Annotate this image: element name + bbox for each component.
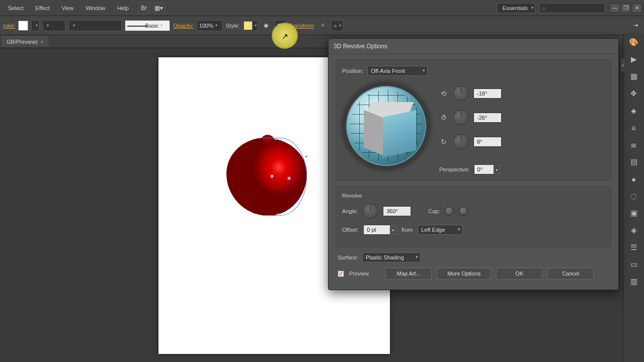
rot-y-input[interactable] [473, 113, 502, 123]
rot-y-icon: ⥀ [439, 113, 448, 122]
revolve-title: Revolve [342, 193, 605, 199]
map-art-button[interactable]: Map Art... [385, 267, 432, 280]
dialog-title: 3D Revolve Options [329, 39, 618, 54]
offset-label: Offset: [342, 227, 358, 233]
workspace-selector[interactable]: Essentials [497, 3, 535, 13]
angle-input[interactable] [383, 206, 411, 216]
cap-label: Cap: [428, 208, 440, 214]
stroke-label: roke: [3, 23, 15, 29]
perspective-input[interactable] [474, 164, 494, 174]
menu-bar: Select Effect View Window Help Br ▦▾ Ess… [0, 0, 644, 16]
position-label: Position: [342, 68, 363, 74]
cap-on[interactable] [445, 207, 454, 216]
bridge-icon[interactable]: Br [138, 3, 150, 14]
tab-close-icon[interactable]: × [41, 39, 44, 45]
revolve-panel: Revolve Angle: Cap: Offset: ▸ from Left … [336, 186, 611, 247]
symbols-panel-icon[interactable]: ♣ [627, 105, 640, 117]
opacity-value[interactable]: 100% [197, 20, 223, 31]
dock-expand[interactable]: ◂ [620, 57, 625, 72]
apple-object[interactable] [226, 138, 307, 216]
menu-help[interactable]: Help [111, 1, 135, 15]
style-dropdown[interactable] [243, 20, 258, 31]
align-dropdown[interactable]: ▦ [275, 20, 286, 31]
selection-outline [263, 138, 307, 216]
minimize-button[interactable]: — [610, 4, 620, 13]
more-options-button[interactable]: More Options [437, 267, 491, 280]
recolor-icon[interactable]: ◉ [261, 20, 272, 31]
from-label: from [401, 227, 413, 233]
rot-z-input[interactable] [473, 137, 502, 147]
control-toolbar: roke: Basic Opacity: 100% Style: ◉ ▦ Tra… [0, 16, 644, 35]
menu-select[interactable]: Select [2, 1, 30, 15]
stroke-profile[interactable] [68, 20, 122, 31]
opacity-label: Opacity: [173, 23, 193, 29]
rot-x-icon: ⟲ [439, 89, 448, 98]
stroke-weight[interactable] [42, 20, 65, 31]
offset-input[interactable] [363, 225, 390, 235]
cube-preview [364, 102, 414, 157]
stroke-panel-icon[interactable]: ≡ [627, 122, 640, 134]
surface-label: Surface: [338, 254, 358, 260]
rotation-trackball[interactable] [342, 82, 430, 170]
rot-z-icon: ↻ [439, 137, 448, 146]
right-dock: ◂ 🎨 ▶ ▦ ✥ ♣ ≡ ≣ ▤ ● ◌ ▣ ◈ ☰ ▭ ▥ [623, 33, 644, 362]
transform-dropdown[interactable]: ⟐ [331, 20, 343, 31]
rot-y-dial[interactable] [453, 110, 468, 125]
revolve-dialog: 3D Revolve Options Position: Off-Axis Fr… [328, 38, 619, 290]
perspective-stepper[interactable]: ▸ [494, 165, 500, 174]
ok-button[interactable]: OK [496, 267, 542, 280]
cap-off[interactable] [459, 207, 468, 216]
offset-stepper[interactable]: ▸ [390, 225, 396, 234]
pathfinder-panel-icon[interactable]: ▥ [627, 276, 640, 288]
layers-panel-icon[interactable]: ◈ [627, 224, 640, 236]
transform-panel-icon[interactable]: ▭ [627, 258, 640, 270]
transform-link[interactable]: Transform [289, 23, 314, 29]
stroke-swatch[interactable] [18, 21, 28, 31]
surface-select[interactable]: Plastic Shading [362, 252, 421, 262]
perspective-label: Perspective: [439, 166, 470, 172]
appearance-panel-icon[interactable]: ◌ [627, 190, 640, 202]
menu-window[interactable]: Window [79, 1, 111, 15]
brush-definition[interactable]: Basic [125, 20, 170, 31]
align-panel-icon[interactable]: ☰ [627, 241, 640, 253]
graphic-styles-panel-icon[interactable]: ▣ [627, 207, 640, 219]
document-tab-label: GB/Preview) [7, 39, 38, 45]
gradient-panel-icon[interactable]: ▤ [627, 156, 640, 168]
toolbar-flyout-icon[interactable]: ⇥ [630, 20, 641, 31]
close-button[interactable]: ✕ [632, 4, 642, 13]
menu-view[interactable]: View [56, 1, 80, 15]
document-tab[interactable]: GB/Preview) × [2, 36, 48, 47]
angle-label: Angle: [342, 208, 358, 214]
stroke-weight-drop[interactable] [31, 20, 39, 31]
swatches-panel-icon[interactable]: ▦ [627, 70, 640, 82]
rot-z-dial[interactable] [453, 134, 468, 149]
maximize-button[interactable]: ❐ [621, 4, 631, 13]
transparency-panel-icon[interactable]: ● [627, 173, 640, 185]
color-panel-icon[interactable]: 🎨 [627, 36, 640, 48]
menu-effect[interactable]: Effect [30, 1, 56, 15]
position-select[interactable]: Off-Axis Front [367, 66, 428, 76]
isolate-icon[interactable]: ✧ [317, 20, 328, 31]
preview-checkbox[interactable]: ✓ [338, 270, 344, 277]
rot-x-input[interactable] [473, 88, 502, 99]
preview-label: Preview [349, 270, 369, 277]
style-label: Style: [226, 23, 240, 29]
from-select[interactable]: Left Edge [418, 225, 463, 235]
search-input[interactable] [539, 3, 605, 13]
cursor-panel-icon[interactable]: ▶ [627, 53, 640, 65]
rot-x-dial[interactable] [453, 86, 468, 101]
brushes-panel-icon[interactable]: ✥ [627, 87, 640, 100]
angle-dial[interactable] [363, 204, 378, 219]
arrange-icon[interactable]: ▦▾ [153, 3, 165, 14]
paragraph-panel-icon[interactable]: ≣ [627, 139, 640, 151]
position-panel: Position: Off-Axis Front ⟲ [336, 59, 611, 181]
cancel-button[interactable]: Cancel [547, 267, 594, 280]
style-swatch-icon [244, 21, 253, 30]
